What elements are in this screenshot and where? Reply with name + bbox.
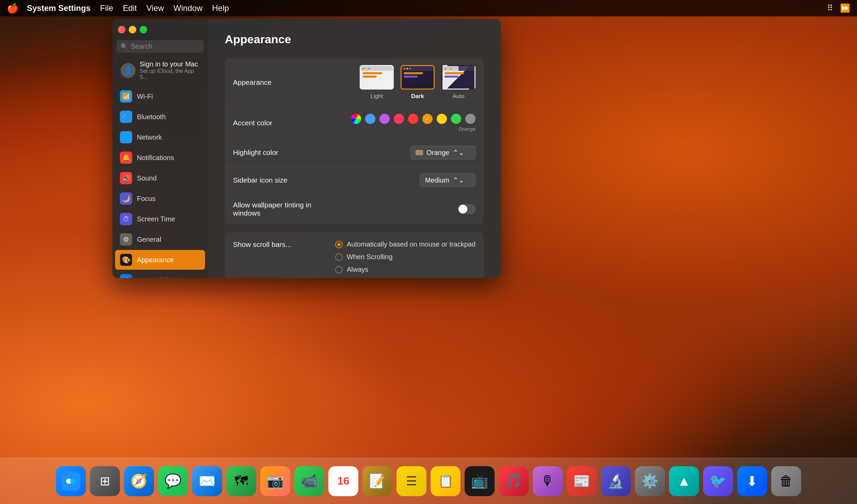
sidebar-icon-size-dropdown[interactable]: Medium ⌃⌄ xyxy=(420,173,476,187)
accent-purple[interactable] xyxy=(379,114,390,124)
fast-user-switch-icon[interactable]: ⏩ xyxy=(840,3,850,13)
sidebar-icon-size-label: Sidebar icon size xyxy=(233,176,328,184)
dock-instruments[interactable]: 🔬 xyxy=(601,466,631,496)
dock-calendar[interactable]: 16 xyxy=(328,466,358,496)
accent-pink[interactable] xyxy=(394,114,404,124)
minimize-button[interactable] xyxy=(129,26,136,33)
sidebar-item-accessibility[interactable]: ♿ Accessibility xyxy=(115,270,205,278)
traffic-lights xyxy=(118,26,147,33)
search-bar[interactable]: 🔍 xyxy=(116,40,204,53)
appearance-icon: 🎨 xyxy=(120,254,132,266)
chevron-updown-icon: ⌃⌄ xyxy=(453,148,464,157)
account-name: Sign in to your Mac xyxy=(140,60,200,68)
menubar-window[interactable]: Window xyxy=(173,3,202,13)
dock-tv[interactable]: 📺 xyxy=(465,466,495,496)
account-subtitle: Set up iCloud, the App S... xyxy=(140,68,200,80)
dock-launchpad[interactable]: ⊞ xyxy=(90,466,120,496)
auto-thumb xyxy=(441,65,476,90)
sidebar-item-screen-time[interactable]: ⏱ Screen Time xyxy=(115,209,205,229)
search-input[interactable] xyxy=(131,43,200,50)
wallpaper-tinting-toggle[interactable] xyxy=(458,204,476,214)
accent-multicolor[interactable] xyxy=(351,114,361,124)
dock-notes2[interactable]: 📋 xyxy=(431,466,461,496)
accent-green[interactable] xyxy=(451,114,461,124)
accent-yellow[interactable] xyxy=(437,114,447,124)
sidebar-label-general: General xyxy=(137,236,161,243)
sidebar-item-network[interactable]: 🌐 Network xyxy=(115,127,205,147)
maximize-button[interactable] xyxy=(140,26,147,33)
accent-red[interactable] xyxy=(408,114,418,124)
scroll-bars-radio-group: Automatically based on mouse or trackpad… xyxy=(335,240,476,273)
scroll-when-scrolling-option[interactable]: When Scrolling xyxy=(335,253,476,261)
accent-color-label: Accent color xyxy=(233,119,328,127)
sidebar-item-general[interactable]: ⚙ General xyxy=(115,230,205,249)
system-settings-window: 🔍 👤 Sign in to your Mac Set up iCloud, t… xyxy=(112,19,501,278)
dock-downloads[interactable]: ⬇ xyxy=(737,466,767,496)
sidebar-item-wifi[interactable]: 📶 Wi-Fi xyxy=(115,86,205,106)
wallpaper-tinting-control xyxy=(328,204,476,214)
control-strip-icon[interactable]: ⠿ xyxy=(827,3,833,13)
appearance-light-option[interactable]: Light xyxy=(360,65,394,100)
dock-system-prefs[interactable]: ⚙️ xyxy=(635,466,665,496)
dock-messages[interactable]: 💬 xyxy=(158,466,188,496)
scroll-when-scrolling-radio[interactable] xyxy=(335,253,343,261)
screen-time-icon: ⏱ xyxy=(120,213,132,225)
highlight-color-preview xyxy=(416,150,423,155)
account-avatar: 👤 xyxy=(121,63,136,78)
light-titlebar xyxy=(361,66,393,71)
sidebar-item-notifications[interactable]: 🔔 Notifications xyxy=(115,148,205,168)
menubar-file[interactable]: File xyxy=(100,3,113,13)
chevron-updown-icon-2: ⌃⌄ xyxy=(453,176,464,184)
menubar-app-name[interactable]: System Settings xyxy=(27,3,91,13)
notifications-icon: 🔔 xyxy=(120,152,132,164)
appearance-mode-control: Light xyxy=(328,65,476,100)
sidebar-label-appearance: Appearance xyxy=(137,256,174,264)
scroll-always-option[interactable]: Always xyxy=(335,266,476,273)
sidebar-item-appearance[interactable]: 🎨 Appearance xyxy=(115,250,205,270)
thumb-bar-orange2 xyxy=(363,76,377,78)
accent-orange[interactable] xyxy=(422,114,433,124)
dock-maps[interactable]: 🗺 xyxy=(226,466,256,496)
appearance-mode-section: Appearance xyxy=(225,58,484,224)
dock-reminders[interactable]: ☰ xyxy=(396,466,426,496)
sidebar-item-sound[interactable]: 🔊 Sound xyxy=(115,168,205,188)
dock-mail[interactable]: ✉️ xyxy=(192,466,222,496)
scroll-always-radio[interactable] xyxy=(335,266,343,273)
menubar: 🍎 System Settings File Edit View Window … xyxy=(0,0,857,16)
appearance-options: Light xyxy=(360,65,476,100)
accent-blue[interactable] xyxy=(365,114,375,124)
dock-news[interactable]: 📰 xyxy=(567,466,597,496)
light-content xyxy=(361,71,393,80)
dock-finder[interactable] xyxy=(56,466,86,496)
sidebar-item-focus[interactable]: 🌙 Focus xyxy=(115,189,205,208)
scroll-auto-radio[interactable] xyxy=(335,241,343,248)
light-thumb xyxy=(360,65,394,90)
menubar-help[interactable]: Help xyxy=(212,3,229,13)
menubar-edit[interactable]: Edit xyxy=(123,3,137,13)
dock-altair[interactable]: ▲ xyxy=(669,466,699,496)
dock-trash[interactable]: 🗑 xyxy=(771,466,801,496)
accent-graphite[interactable] xyxy=(465,114,476,124)
dock-notes-app[interactable]: 📝 xyxy=(362,466,392,496)
menubar-view[interactable]: View xyxy=(146,3,164,13)
highlight-color-dropdown[interactable]: Orange ⌃⌄ xyxy=(410,146,476,159)
appearance-auto-option[interactable]: Auto xyxy=(441,65,476,100)
appearance-dark-option[interactable]: Dark xyxy=(401,65,435,100)
dock-safari[interactable]: 🧭 xyxy=(124,466,154,496)
apple-menu[interactable]: 🍎 xyxy=(7,3,19,14)
sidebar-icon-size-row: Sidebar icon size Medium ⌃⌄ xyxy=(225,167,484,194)
sidebar-item-bluetooth[interactable]: 🔷 Bluetooth xyxy=(115,107,205,127)
dock-tweetbot[interactable]: 🐦 xyxy=(703,466,733,496)
highlight-color-row: Highlight color Orange ⌃⌄ xyxy=(225,139,484,167)
sidebar: 🔍 👤 Sign in to your Mac Set up iCloud, t… xyxy=(112,19,208,278)
dock-music[interactable]: 🎵 xyxy=(499,466,529,496)
close-button[interactable] xyxy=(118,26,125,33)
dock-photos[interactable]: 📷 xyxy=(260,466,290,496)
scroll-when-scrolling-label: When Scrolling xyxy=(347,253,393,261)
wallpaper-tinting-label: Allow wallpaper tinting in windows xyxy=(233,201,328,217)
account-item[interactable]: 👤 Sign in to your Mac Set up iCloud, the… xyxy=(115,57,205,84)
scroll-auto-option[interactable]: Automatically based on mouse or trackpad xyxy=(335,240,476,248)
dock-podcasts[interactable]: 🎙 xyxy=(533,466,563,496)
accent-selected-label: Orange xyxy=(458,126,476,132)
dock-facetime[interactable]: 📹 xyxy=(294,466,324,496)
